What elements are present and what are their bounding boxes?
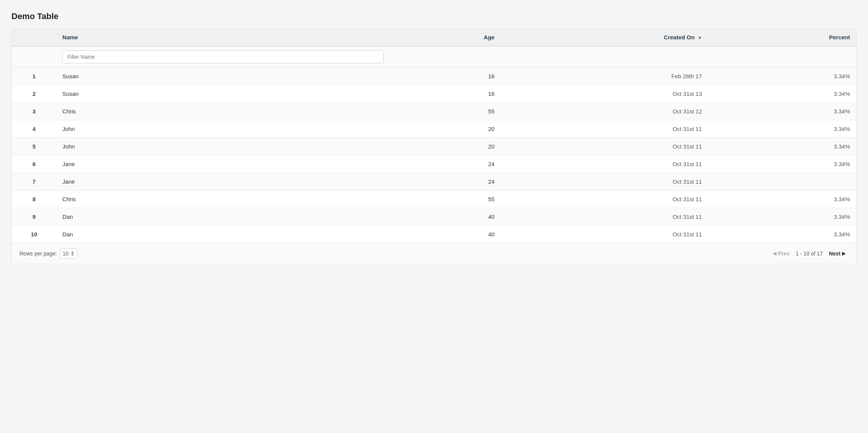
- cell-name: Susan: [56, 85, 389, 103]
- filter-index-cell: [12, 46, 56, 68]
- table-row: 9 Dan 40 Oct 31st 11 3.34%: [12, 208, 856, 226]
- cell-created: Oct 31st 11: [500, 155, 708, 173]
- table-row: 10 Dan 40 Oct 31st 11 3.34%: [12, 226, 856, 243]
- table-row: 5 John 20 Oct 31st 11 3.34%: [12, 138, 856, 155]
- rows-per-page-section: Rows per page: 10 ⇕: [19, 249, 78, 259]
- cell-name: Chris: [56, 191, 389, 208]
- cell-index: 9: [12, 208, 56, 226]
- filter-percent-cell: [708, 46, 856, 68]
- page-title: Demo Table: [11, 11, 857, 21]
- filter-name-cell: [56, 46, 389, 68]
- cell-created: Oct 31st 11: [500, 138, 708, 155]
- cell-age: 16: [390, 85, 501, 103]
- cell-age: 20: [390, 138, 501, 155]
- cell-age: 24: [390, 173, 501, 191]
- table-row: 4 John 20 Oct 31st 11 3.34%: [12, 120, 856, 138]
- col-header-created[interactable]: Created On ▼: [500, 29, 708, 46]
- cell-created: Oct 31st 11: [500, 120, 708, 138]
- rows-per-page-spinner-icon: ⇕: [70, 250, 75, 257]
- pagination-section: ◀ Prev 1 - 10 of 17 Next ▶: [770, 249, 849, 258]
- cell-age: 24: [390, 155, 501, 173]
- cell-created: Oct 31st 13: [500, 85, 708, 103]
- prev-label: Prev: [778, 250, 789, 257]
- cell-age: 40: [390, 208, 501, 226]
- cell-name: Dan: [56, 226, 389, 243]
- rows-per-page-select[interactable]: 10 ⇕: [60, 249, 78, 259]
- cell-created: Feb 28th 17: [500, 68, 708, 85]
- cell-index: 6: [12, 155, 56, 173]
- cell-age: 20: [390, 120, 501, 138]
- cell-percent: 3.34%: [708, 226, 856, 243]
- table-header-row: Name Age Created On ▼ Percent: [12, 29, 856, 46]
- cell-percent: 3.34%: [708, 68, 856, 85]
- page-info: 1 - 10 of 17: [796, 250, 823, 257]
- cell-index: 2: [12, 85, 56, 103]
- cell-percent: 3.34%: [708, 103, 856, 120]
- cell-percent: 3.34%: [708, 155, 856, 173]
- sort-desc-icon: ▼: [698, 36, 702, 40]
- cell-age: 55: [390, 191, 501, 208]
- next-button[interactable]: Next ▶: [826, 249, 849, 258]
- cell-name: Chris: [56, 103, 389, 120]
- table-row: 1 Susan 16 Feb 28th 17 3.34%: [12, 68, 856, 85]
- table-row: 6 Jane 24 Oct 31st 11 3.34%: [12, 155, 856, 173]
- rows-per-page-label: Rows per page:: [19, 250, 57, 257]
- cell-percent: 3.34%: [708, 191, 856, 208]
- table-row: 8 Chris 55 Oct 31st 11 3.34%: [12, 191, 856, 208]
- cell-name: Dan: [56, 208, 389, 226]
- cell-created: Oct 31st 11: [500, 173, 708, 191]
- cell-index: 7: [12, 173, 56, 191]
- filter-age-cell: [390, 46, 501, 68]
- col-header-age[interactable]: Age: [390, 29, 501, 46]
- rows-per-page-value: 10: [63, 250, 69, 257]
- cell-percent: 3.34%: [708, 85, 856, 103]
- cell-name: Jane: [56, 173, 389, 191]
- cell-index: 4: [12, 120, 56, 138]
- cell-percent: [708, 173, 856, 191]
- cell-created: Oct 31st 12: [500, 103, 708, 120]
- demo-table: Name Age Created On ▼ Percent: [12, 29, 856, 243]
- col-header-index: [12, 29, 56, 46]
- cell-percent: 3.34%: [708, 138, 856, 155]
- cell-created: Oct 31st 11: [500, 226, 708, 243]
- filter-name-input[interactable]: [62, 50, 383, 63]
- table-container: Name Age Created On ▼ Percent: [11, 28, 857, 264]
- cell-created: Oct 31st 11: [500, 191, 708, 208]
- cell-index: 3: [12, 103, 56, 120]
- table-footer: Rows per page: 10 ⇕ ◀ Prev 1 - 10 of 17 …: [12, 243, 856, 264]
- cell-age: 40: [390, 226, 501, 243]
- cell-age: 16: [390, 68, 501, 85]
- cell-index: 10: [12, 226, 56, 243]
- col-header-created-label: Created On: [664, 34, 695, 40]
- prev-button[interactable]: ◀ Prev: [770, 249, 792, 258]
- table-row: 2 Susan 16 Oct 31st 13 3.34%: [12, 85, 856, 103]
- prev-chevron-icon: ◀: [773, 251, 776, 256]
- col-header-name[interactable]: Name: [56, 29, 389, 46]
- table-row: 7 Jane 24 Oct 31st 11: [12, 173, 856, 191]
- cell-index: 8: [12, 191, 56, 208]
- next-label: Next: [829, 250, 840, 257]
- table-row: 3 Chris 55 Oct 31st 12 3.34%: [12, 103, 856, 120]
- cell-name: Susan: [56, 68, 389, 85]
- filter-created-cell: [500, 46, 708, 68]
- cell-age: 55: [390, 103, 501, 120]
- col-header-percent[interactable]: Percent: [708, 29, 856, 46]
- cell-percent: 3.34%: [708, 120, 856, 138]
- filter-row: [12, 46, 856, 68]
- cell-percent: 3.34%: [708, 208, 856, 226]
- cell-index: 5: [12, 138, 56, 155]
- cell-name: John: [56, 120, 389, 138]
- cell-name: Jane: [56, 155, 389, 173]
- cell-created: Oct 31st 11: [500, 208, 708, 226]
- cell-index: 1: [12, 68, 56, 85]
- next-chevron-icon: ▶: [842, 251, 845, 256]
- cell-name: John: [56, 138, 389, 155]
